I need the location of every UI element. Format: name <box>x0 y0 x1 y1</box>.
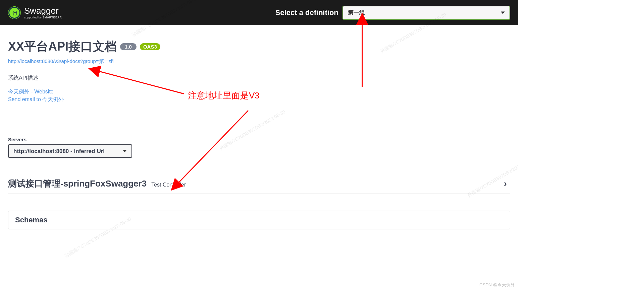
api-title: XX平台API接口文档 <box>8 39 117 55</box>
main-content: XX平台API接口文档 1.0 OAS3 http://localhost:80… <box>0 25 518 243</box>
version-badge: 1.0 <box>120 43 137 50</box>
scroll-container[interactable]: {···} Swagger supported by SMARTBEAR Sel… <box>0 0 518 290</box>
schemas-title: Schemas <box>15 216 48 224</box>
schemas-section[interactable]: Schemas <box>8 211 510 229</box>
definition-label: Select a definition <box>275 8 338 17</box>
swagger-logo-braces: {···} <box>12 10 17 15</box>
servers-section: Servers http://localhost:8080 - Inferred… <box>8 137 510 158</box>
api-description: 系统API描述 <box>8 75 510 82</box>
oas-badge: OAS3 <box>140 43 160 50</box>
tag-description: Test Controller <box>151 182 186 188</box>
logo-main-text: Swagger <box>24 6 62 15</box>
logo-section: {···} Swagger supported by SMARTBEAR <box>8 6 62 19</box>
tag-section[interactable]: 测试接口管理-springFoxSwagger3 Test Controller… <box>8 178 510 194</box>
chevron-right-icon: › <box>504 178 507 189</box>
api-header: XX平台API接口文档 1.0 OAS3 <box>8 39 510 55</box>
tag-name: 测试接口管理-springFoxSwagger3 <box>8 178 147 190</box>
swagger-logo-icon: {···} <box>8 6 21 19</box>
logo-sub-text: supported by SMARTBEAR <box>24 16 62 19</box>
api-url-link[interactable]: http://localhost:8080/v3/api-docs?group=… <box>8 58 114 65</box>
contact-email-link[interactable]: Send email to 今天例外 <box>8 96 510 103</box>
topbar: {···} Swagger supported by SMARTBEAR Sel… <box>0 0 518 25</box>
contact-website-link[interactable]: 今天例外 - Website <box>8 88 510 95</box>
definition-section: Select a definition 第一组 <box>275 6 510 20</box>
server-select[interactable]: http://localhost:8080 - Inferred Url <box>8 144 132 158</box>
definition-select[interactable]: 第一组 <box>342 6 510 20</box>
servers-label: Servers <box>8 137 510 142</box>
